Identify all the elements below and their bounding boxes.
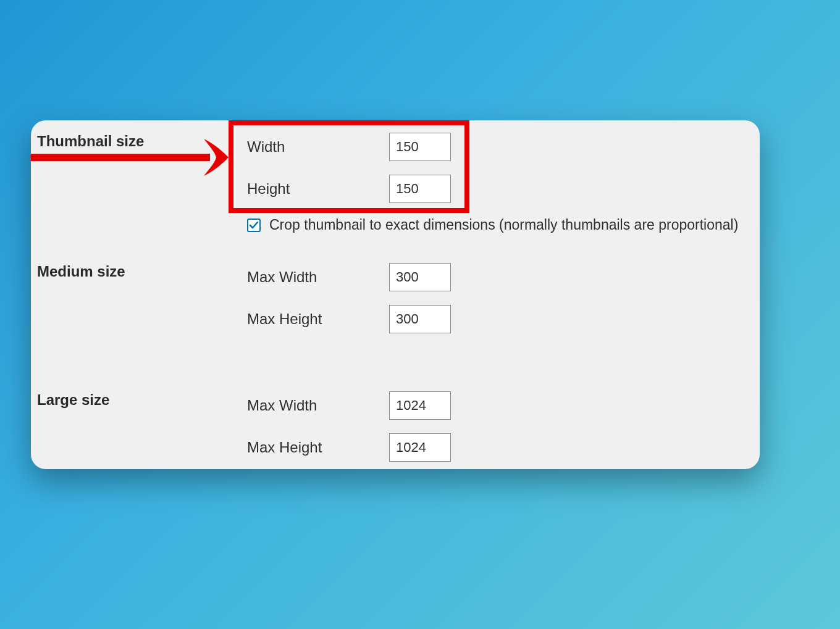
crop-checkbox[interactable] — [247, 219, 261, 232]
medium-max-width-input[interactable] — [389, 263, 451, 291]
thumbnail-section-label: Thumbnail size — [37, 133, 247, 150]
checkmark-icon — [249, 220, 259, 230]
medium-max-height-input[interactable] — [389, 305, 451, 333]
medium-section-label: Medium size — [37, 263, 247, 280]
thumbnail-width-label: Width — [247, 138, 389, 156]
large-section: Large size Max Width Max Height — [31, 391, 760, 469]
large-max-width-input[interactable] — [389, 391, 451, 420]
medium-section: Medium size Max Width Max Height — [31, 263, 760, 347]
crop-checkbox-row: Crop thumbnail to exact dimensions (norm… — [247, 217, 760, 233]
medium-max-height-row: Max Height — [247, 305, 760, 333]
settings-panel: Thumbnail size Width Height Crop thumbna… — [31, 120, 760, 469]
large-max-height-label: Max Height — [247, 439, 389, 456]
thumbnail-height-input[interactable] — [389, 175, 451, 203]
crop-checkbox-label: Crop thumbnail to exact dimensions (norm… — [269, 217, 738, 233]
thumbnail-width-input[interactable] — [389, 133, 451, 161]
thumbnail-width-row: Width — [247, 133, 760, 161]
medium-max-height-label: Max Height — [247, 310, 389, 328]
large-max-width-label: Max Width — [247, 397, 389, 414]
large-max-height-row: Max Height — [247, 433, 760, 462]
large-section-label: Large size — [37, 391, 247, 409]
large-max-width-row: Max Width — [247, 391, 760, 420]
thumbnail-section: Thumbnail size Width Height Crop thumbna… — [31, 133, 760, 233]
medium-max-width-label: Max Width — [247, 269, 389, 286]
medium-max-width-row: Max Width — [247, 263, 760, 291]
thumbnail-height-label: Height — [247, 180, 389, 198]
thumbnail-height-row: Height — [247, 175, 760, 203]
large-max-height-input[interactable] — [389, 433, 451, 462]
